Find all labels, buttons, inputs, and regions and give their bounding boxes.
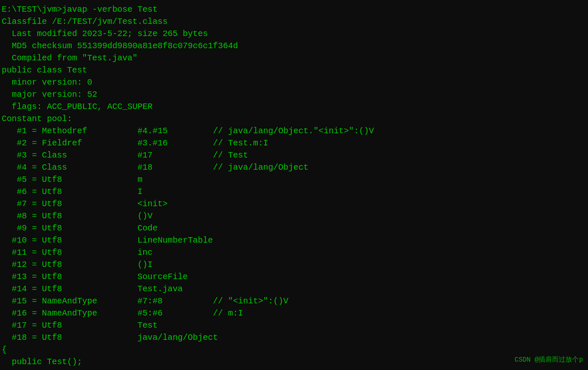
terminal-line: minor version: 0 (0, 76, 588, 88)
terminal-line: #12 = Utf8 ()I (0, 259, 588, 271)
terminal-line: #6 = Utf8 I (0, 186, 588, 198)
terminal-line: { (0, 344, 588, 356)
terminal-line: #18 = Utf8 java/lang/Object (0, 331, 588, 344)
terminal-line: #1 = Methodref #4.#15 // java/lang/Objec… (0, 125, 588, 137)
terminal-line: #10 = Utf8 LineNumberTable (0, 234, 588, 246)
terminal-line: Constant pool: (0, 113, 588, 125)
terminal-line: #16 = NameAndType #5:#6 // m:I (0, 307, 588, 319)
terminal-line: #7 = Utf8 <init> (0, 198, 588, 210)
terminal-line: Compiled from "Test.java" (0, 52, 588, 64)
terminal-line: E:\TEST\jvm>javap -verbose Test (0, 3, 588, 16)
terminal-line: public class Test (0, 64, 588, 76)
terminal-line: #13 = Utf8 SourceFile (0, 271, 588, 283)
terminal-line: major version: 52 (0, 88, 588, 101)
terminal-line: #17 = Utf8 Test (0, 319, 588, 331)
terminal-window: E:\TEST\jvm>javap -verbose TestClassfile… (0, 0, 588, 370)
terminal-line: #3 = Class #17 // Test (0, 149, 588, 161)
terminal-line: #2 = Fieldref #3.#16 // Test.m:I (0, 137, 588, 149)
terminal-line: #9 = Utf8 Code (0, 222, 588, 234)
terminal-line: #11 = Utf8 inc (0, 246, 588, 259)
terminal-line: MD5 checksum 551399dd9890a81e8f8c079c6c1… (0, 40, 588, 52)
terminal-line: #8 = Utf8 ()V (0, 210, 588, 222)
terminal-line: flags: ACC_PUBLIC, ACC_SUPER (0, 101, 588, 113)
terminal-line: Classfile /E:/TEST/jvm/Test.class (0, 16, 588, 28)
terminal-line: #5 = Utf8 m (0, 173, 588, 186)
terminal-line: public Test(); (0, 356, 588, 368)
terminal-line: #4 = Class #18 // java/lang/Object (0, 161, 588, 173)
watermark: CSDN @插肩而过放个p (515, 355, 583, 365)
terminal-line: #15 = NameAndType #7:#8 // "<init>":()V (0, 295, 588, 307)
terminal-line: #14 = Utf8 Test.java (0, 283, 588, 295)
terminal-output: E:\TEST\jvm>javap -verbose TestClassfile… (0, 3, 588, 368)
terminal-line: Last modified 2023-5-22; size 265 bytes (0, 28, 588, 40)
